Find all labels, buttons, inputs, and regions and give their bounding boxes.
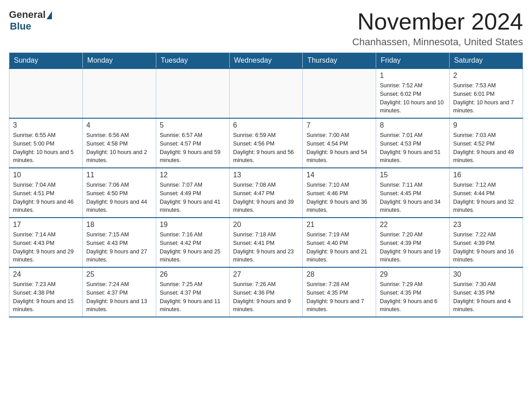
day-info: Sunrise: 7:12 AMSunset: 4:44 PMDaylight:… — [453, 181, 519, 214]
calendar-cell: 12Sunrise: 7:07 AMSunset: 4:49 PMDayligh… — [156, 168, 229, 218]
calendar-cell: 22Sunrise: 7:20 AMSunset: 4:39 PMDayligh… — [376, 218, 450, 267]
calendar-cell: 2Sunrise: 7:53 AMSunset: 6:01 PMDaylight… — [450, 68, 523, 118]
logo-general-text: General — [9, 9, 46, 21]
day-info: Sunrise: 7:11 AMSunset: 4:45 PMDaylight:… — [380, 181, 446, 214]
day-number: 27 — [233, 270, 299, 278]
day-number: 15 — [380, 171, 446, 179]
day-number: 6 — [233, 121, 299, 129]
day-number: 8 — [380, 121, 446, 129]
day-number: 24 — [13, 270, 79, 278]
day-number: 7 — [306, 121, 372, 129]
day-info: Sunrise: 7:16 AMSunset: 4:42 PMDaylight:… — [160, 231, 226, 264]
calendar-cell: 14Sunrise: 7:10 AMSunset: 4:46 PMDayligh… — [303, 168, 376, 218]
day-number: 2 — [453, 72, 519, 80]
weekday-header-saturday: Saturday — [450, 53, 523, 69]
calendar-cell: 10Sunrise: 7:04 AMSunset: 4:51 PMDayligh… — [9, 168, 83, 218]
day-number: 1 — [380, 72, 446, 80]
day-number: 19 — [160, 221, 226, 229]
day-number: 13 — [233, 171, 299, 179]
day-info: Sunrise: 6:55 AMSunset: 5:00 PMDaylight:… — [13, 131, 79, 165]
day-number: 4 — [86, 121, 152, 129]
calendar-cell: 16Sunrise: 7:12 AMSunset: 4:44 PMDayligh… — [450, 168, 523, 218]
day-info: Sunrise: 7:00 AMSunset: 4:54 PMDaylight:… — [306, 131, 372, 165]
day-number: 3 — [13, 121, 79, 129]
day-number: 12 — [160, 171, 226, 179]
calendar-cell: 11Sunrise: 7:06 AMSunset: 4:50 PMDayligh… — [82, 168, 156, 218]
calendar-cell: 23Sunrise: 7:22 AMSunset: 4:39 PMDayligh… — [450, 218, 523, 267]
calendar-header-row: SundayMondayTuesdayWednesdayThursdayFrid… — [9, 53, 523, 69]
calendar-cell: 13Sunrise: 7:08 AMSunset: 4:47 PMDayligh… — [229, 168, 303, 218]
day-info: Sunrise: 7:01 AMSunset: 4:53 PMDaylight:… — [380, 131, 446, 165]
calendar-cell: 24Sunrise: 7:23 AMSunset: 4:38 PMDayligh… — [9, 267, 83, 317]
calendar-cell — [82, 68, 156, 118]
calendar-cell: 19Sunrise: 7:16 AMSunset: 4:42 PMDayligh… — [156, 218, 229, 267]
page-header: General Blue November 2024 Chanhassen, M… — [9, 9, 523, 48]
logo-blue-text: Blue — [10, 21, 31, 32]
day-info: Sunrise: 7:22 AMSunset: 4:39 PMDaylight:… — [453, 231, 519, 264]
calendar-cell: 15Sunrise: 7:11 AMSunset: 4:45 PMDayligh… — [376, 168, 450, 218]
day-number: 26 — [160, 270, 226, 278]
calendar-cell — [303, 68, 376, 118]
calendar-cell: 6Sunrise: 6:59 AMSunset: 4:56 PMDaylight… — [229, 118, 303, 168]
day-info: Sunrise: 7:26 AMSunset: 4:36 PMDaylight:… — [233, 280, 299, 314]
day-info: Sunrise: 6:59 AMSunset: 4:56 PMDaylight:… — [233, 131, 299, 165]
calendar-week-row: 17Sunrise: 7:14 AMSunset: 4:43 PMDayligh… — [9, 218, 523, 267]
day-info: Sunrise: 6:57 AMSunset: 4:57 PMDaylight:… — [160, 131, 226, 165]
calendar-cell: 4Sunrise: 6:56 AMSunset: 4:58 PMDaylight… — [82, 118, 156, 168]
calendar-cell: 29Sunrise: 7:29 AMSunset: 4:35 PMDayligh… — [376, 267, 450, 317]
calendar-cell: 7Sunrise: 7:00 AMSunset: 4:54 PMDaylight… — [303, 118, 376, 168]
day-info: Sunrise: 7:24 AMSunset: 4:37 PMDaylight:… — [86, 280, 152, 314]
day-info: Sunrise: 7:25 AMSunset: 4:37 PMDaylight:… — [160, 280, 226, 314]
day-number: 16 — [453, 171, 519, 179]
weekday-header-tuesday: Tuesday — [156, 53, 229, 69]
calendar-cell — [156, 68, 229, 118]
day-number: 21 — [306, 221, 372, 229]
calendar-cell: 9Sunrise: 7:03 AMSunset: 4:52 PMDaylight… — [450, 118, 523, 168]
day-info: Sunrise: 7:19 AMSunset: 4:40 PMDaylight:… — [306, 231, 372, 264]
calendar-week-row: 3Sunrise: 6:55 AMSunset: 5:00 PMDaylight… — [9, 118, 523, 168]
weekday-header-thursday: Thursday — [303, 53, 376, 69]
calendar-cell: 27Sunrise: 7:26 AMSunset: 4:36 PMDayligh… — [229, 267, 303, 317]
day-number: 14 — [306, 171, 372, 179]
calendar-cell: 1Sunrise: 7:52 AMSunset: 6:02 PMDaylight… — [376, 68, 450, 118]
day-number: 18 — [86, 221, 152, 229]
logo-triangle-icon — [47, 11, 52, 19]
calendar-week-row: 1Sunrise: 7:52 AMSunset: 6:02 PMDaylight… — [9, 68, 523, 118]
calendar-cell: 17Sunrise: 7:14 AMSunset: 4:43 PMDayligh… — [9, 218, 83, 267]
day-info: Sunrise: 7:15 AMSunset: 4:43 PMDaylight:… — [86, 231, 152, 264]
calendar-cell: 26Sunrise: 7:25 AMSunset: 4:37 PMDayligh… — [156, 267, 229, 317]
day-info: Sunrise: 7:20 AMSunset: 4:39 PMDaylight:… — [380, 231, 446, 264]
day-number: 11 — [86, 171, 152, 179]
day-info: Sunrise: 7:03 AMSunset: 4:52 PMDaylight:… — [453, 131, 519, 165]
day-number: 10 — [13, 171, 79, 179]
calendar-table: SundayMondayTuesdayWednesdayThursdayFrid… — [9, 52, 523, 317]
day-number: 29 — [380, 270, 446, 278]
day-number: 22 — [380, 221, 446, 229]
day-info: Sunrise: 7:04 AMSunset: 4:51 PMDaylight:… — [13, 181, 79, 214]
day-info: Sunrise: 7:52 AMSunset: 6:02 PMDaylight:… — [380, 81, 446, 115]
day-info: Sunrise: 7:08 AMSunset: 4:47 PMDaylight:… — [233, 181, 299, 214]
calendar-week-row: 24Sunrise: 7:23 AMSunset: 4:38 PMDayligh… — [9, 267, 523, 317]
calendar-cell — [9, 68, 83, 118]
calendar-cell: 30Sunrise: 7:30 AMSunset: 4:35 PMDayligh… — [450, 267, 523, 317]
day-info: Sunrise: 7:07 AMSunset: 4:49 PMDaylight:… — [160, 181, 226, 214]
location-subtitle: Chanhassen, Minnesota, United States — [352, 36, 523, 48]
calendar-cell: 28Sunrise: 7:28 AMSunset: 4:35 PMDayligh… — [303, 267, 376, 317]
calendar-cell: 8Sunrise: 7:01 AMSunset: 4:53 PMDaylight… — [376, 118, 450, 168]
calendar-cell: 5Sunrise: 6:57 AMSunset: 4:57 PMDaylight… — [156, 118, 229, 168]
calendar-cell: 18Sunrise: 7:15 AMSunset: 4:43 PMDayligh… — [82, 218, 156, 267]
calendar-week-row: 10Sunrise: 7:04 AMSunset: 4:51 PMDayligh… — [9, 168, 523, 218]
title-area: November 2024 Chanhassen, Minnesota, Uni… — [352, 9, 523, 48]
day-number: 30 — [453, 270, 519, 278]
calendar-cell: 20Sunrise: 7:18 AMSunset: 4:41 PMDayligh… — [229, 218, 303, 267]
day-number: 28 — [306, 270, 372, 278]
calendar-cell: 25Sunrise: 7:24 AMSunset: 4:37 PMDayligh… — [82, 267, 156, 317]
day-info: Sunrise: 7:10 AMSunset: 4:46 PMDaylight:… — [306, 181, 372, 214]
day-info: Sunrise: 7:14 AMSunset: 4:43 PMDaylight:… — [13, 231, 79, 264]
calendar-cell: 21Sunrise: 7:19 AMSunset: 4:40 PMDayligh… — [303, 218, 376, 267]
day-info: Sunrise: 7:30 AMSunset: 4:35 PMDaylight:… — [453, 280, 519, 314]
day-number: 23 — [453, 221, 519, 229]
day-number: 9 — [453, 121, 519, 129]
day-number: 20 — [233, 221, 299, 229]
day-info: Sunrise: 6:56 AMSunset: 4:58 PMDaylight:… — [86, 131, 152, 165]
